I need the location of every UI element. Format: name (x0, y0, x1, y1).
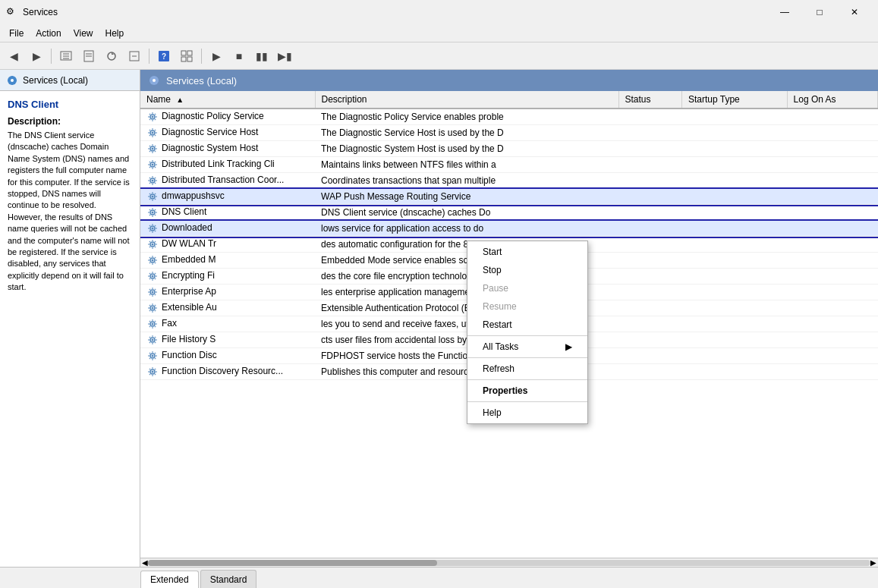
play-button[interactable]: ▶ (206, 46, 227, 67)
horizontal-scrollbar[interactable]: ◀ ▶ (140, 558, 878, 567)
svg-line-131 (149, 278, 150, 279)
tab-standard[interactable]: Standard (200, 570, 257, 588)
col-header-name[interactable]: Name ▲ (140, 91, 315, 108)
service-name-cell: Distributed Transaction Coor... (140, 173, 315, 189)
service-status-cell (618, 173, 681, 189)
service-name-cell: dmwappushsvc (140, 189, 315, 205)
scroll-right-btn[interactable]: ▶ (870, 558, 876, 567)
menu-help[interactable]: Help (99, 27, 131, 40)
service-name-cell: DW WLAN Tr (140, 237, 315, 253)
table-row[interactable]: DNS ClientDNS Client service (dnscache) … (140, 205, 878, 221)
table-row[interactable]: Diagnostic System HostThe Diagnostic Sys… (140, 141, 878, 157)
maximize-button[interactable]: □ (802, 0, 837, 24)
minimize-button[interactable]: — (767, 0, 802, 24)
view-button[interactable] (176, 46, 197, 67)
service-startup-cell (681, 157, 787, 173)
context-menu-resume[interactable]: Resume (467, 297, 587, 316)
table-row[interactable]: dmwappushsvcWAP Push Message Routing Ser… (140, 189, 878, 205)
svg-point-45 (152, 148, 154, 150)
back-button[interactable]: ◀ (3, 46, 24, 67)
right-header-text: Services (Local) (166, 75, 237, 86)
context-menu-stop[interactable]: Stop (467, 261, 587, 279)
svg-line-43 (149, 130, 150, 130)
col-header-description[interactable]: Description (315, 91, 618, 108)
svg-point-105 (152, 244, 154, 246)
service-logon-cell (787, 205, 877, 221)
scrollbar-track[interactable] (148, 560, 870, 566)
table-row[interactable]: Diagnostic Service HostThe Diagnostic Se… (140, 125, 878, 141)
app-icon: ⚙ (6, 6, 18, 18)
table-row[interactable]: Diagnostic Policy ServiceThe Diagnostic … (140, 108, 878, 125)
step-button[interactable]: ▶▮ (274, 46, 295, 67)
context-menu-help[interactable]: Help (467, 404, 587, 422)
col-header-startup[interactable]: Startup Type (681, 91, 787, 108)
svg-line-153 (149, 305, 150, 306)
gear-icon (146, 190, 159, 203)
scrollbar-thumb[interactable] (148, 560, 437, 566)
service-desc-cell: The Diagnostic Service Host is used by t… (315, 125, 618, 141)
service-name-cell: DNS Client (140, 205, 315, 221)
stop-button[interactable]: ■ (228, 46, 250, 67)
svg-line-81 (149, 199, 150, 200)
service-startup-cell (681, 300, 787, 316)
table-row[interactable]: Distributed Link Tracking CliMaintains l… (140, 157, 878, 173)
favorites-button[interactable] (78, 46, 99, 67)
pause-button[interactable]: ▮▮ (251, 46, 272, 67)
help-button[interactable]: ? (153, 46, 175, 67)
svg-point-85 (152, 212, 154, 214)
svg-line-171 (149, 342, 150, 343)
table-row[interactable]: Distributed Transaction Coor...Coordinat… (140, 173, 878, 189)
col-header-status[interactable]: Status (618, 91, 681, 108)
context-menu-refresh[interactable]: Refresh (467, 360, 587, 378)
service-name-cell: File History S (140, 332, 315, 348)
context-menu-restart[interactable]: Restart (467, 316, 587, 334)
show-console-tree-button[interactable] (55, 46, 77, 67)
svg-line-163 (149, 321, 150, 322)
submenu-arrow: ▶ (565, 341, 572, 352)
svg-line-191 (149, 374, 150, 375)
svg-point-125 (152, 275, 154, 278)
col-header-logon[interactable]: Log On As (787, 91, 877, 108)
sidebar: Services (Local) DNS Client Description:… (0, 70, 140, 567)
export-button[interactable] (124, 46, 145, 67)
service-status-cell (618, 269, 681, 285)
gear-icon (146, 254, 159, 266)
close-button[interactable]: ✕ (837, 0, 872, 24)
context-menu-properties[interactable]: Properties (467, 382, 587, 400)
context-menu-pause[interactable]: Pause (467, 279, 587, 297)
service-status-cell (618, 253, 681, 269)
svg-line-181 (149, 358, 150, 359)
context-menu-sep-3 (467, 379, 587, 380)
svg-point-17 (11, 79, 14, 82)
export-icon (128, 50, 140, 62)
gear-icon (146, 127, 159, 139)
scroll-left-btn[interactable]: ◀ (142, 558, 148, 567)
svg-rect-12 (181, 51, 186, 55)
context-menu-start[interactable]: Start (467, 243, 587, 261)
menu-action[interactable]: Action (30, 27, 67, 40)
context-menu-all-tasks[interactable]: All Tasks ▶ (467, 338, 587, 356)
service-startup-cell (681, 141, 787, 157)
menu-view[interactable]: View (68, 27, 99, 40)
svg-line-179 (155, 358, 156, 359)
service-name-cell: Embedded M (140, 253, 315, 269)
svg-point-75 (152, 196, 154, 198)
gear-icon (146, 159, 159, 171)
service-startup-cell (681, 221, 787, 237)
table-row[interactable]: Downloadedlows service for application a… (140, 221, 878, 237)
svg-line-83 (149, 193, 150, 194)
forward-button[interactable]: ▶ (26, 46, 47, 67)
svg-point-135 (152, 291, 154, 294)
gear-icon (146, 350, 159, 362)
svg-point-145 (152, 307, 154, 310)
service-status-cell (618, 237, 681, 253)
service-name-cell: Enterprise Ap (140, 285, 315, 300)
refresh-button[interactable] (101, 46, 122, 67)
gear-icon (146, 334, 159, 346)
service-status-cell (618, 364, 681, 380)
svg-line-77 (155, 193, 156, 194)
tab-extended[interactable]: Extended (140, 571, 199, 588)
svg-line-147 (155, 305, 156, 306)
service-name-cell: Diagnostic System Host (140, 141, 315, 157)
menu-file[interactable]: File (3, 27, 30, 40)
